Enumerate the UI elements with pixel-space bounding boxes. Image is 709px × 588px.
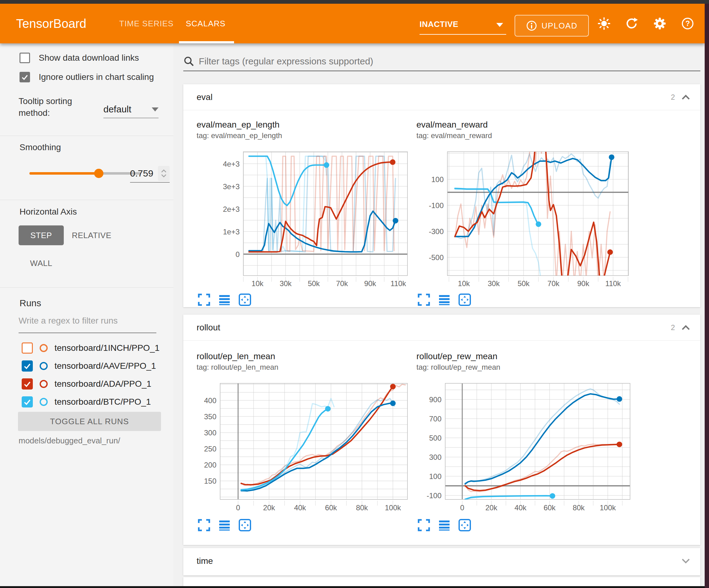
chart-eval-mean-reward[interactable]: 100-100-300-50010k30k50k70k90k110k [416, 147, 633, 290]
svg-text:20k: 20k [485, 504, 498, 512]
smoothing-stepper[interactable] [158, 166, 170, 181]
run-row-ada[interactable]: tensorboard/ADA/PPO_1 [22, 377, 151, 391]
fit-to-data-icon[interactable] [238, 293, 252, 307]
ignore-outliers-row[interactable]: Ignore outliers in chart scaling [20, 72, 154, 82]
help-icon[interactable]: ? [681, 17, 695, 31]
chart-title: rollout/ep_rew_mean [416, 351, 633, 362]
svg-text:-100: -100 [427, 491, 442, 500]
runs-filter-input[interactable] [19, 316, 156, 326]
settings-sidebar: Show data download links Ignore outliers… [0, 43, 174, 586]
smoothing-slider-thumb[interactable] [94, 169, 103, 178]
chart-eval-mean-ep-length[interactable]: 01e+32e+33e+34e+310k30k50k70k90k110k [196, 147, 413, 290]
chart-rollout-ep-len-mean[interactable]: 150200250300350400020k40k60k80k100k [196, 378, 413, 515]
runs-filter-wrap [19, 316, 156, 333]
fit-to-data-icon[interactable] [238, 518, 252, 532]
svg-text:110k: 110k [605, 279, 621, 288]
section-name: time [196, 556, 681, 566]
axis-wall-button[interactable]: WALL [19, 253, 64, 273]
brightness-icon[interactable] [597, 17, 611, 31]
svg-text:?: ? [685, 19, 690, 28]
chevron-down-icon [152, 107, 159, 111]
toggle-all-runs-button[interactable]: TOGGLE ALL RUNS [18, 412, 161, 431]
show-download-links-checkbox[interactable] [20, 53, 30, 63]
svg-text:1e+3: 1e+3 [223, 228, 240, 236]
svg-text:90k: 90k [577, 279, 589, 288]
svg-text:2e+3: 2e+3 [223, 205, 240, 213]
run-row-1inch[interactable]: tensorboard/1INCH/PPO_1 [22, 340, 159, 355]
settings-icon[interactable] [653, 17, 667, 31]
run-color-circle [40, 398, 48, 406]
svg-text:10k: 10k [252, 279, 264, 288]
tooltip-sorting-select[interactable]: default [103, 101, 159, 118]
tooltip-sorting-label: Tooltip sorting method: [19, 95, 99, 119]
run-row-aave[interactable]: tensorboard/AAVE/PPO_1 [22, 359, 156, 374]
axis-step-button[interactable]: STEP [19, 225, 64, 245]
svg-text:100k: 100k [600, 504, 616, 512]
expand-chart-icon[interactable] [197, 518, 211, 532]
sidebar-divider [0, 200, 174, 200]
runs-base-path: models/debugged_eval_run/ [19, 436, 120, 445]
expand-chart-icon[interactable] [197, 293, 211, 307]
svg-text:70k: 70k [336, 279, 348, 288]
fit-to-data-icon[interactable] [458, 518, 472, 532]
ignore-outliers-label: Ignore outliers in chart scaling [39, 72, 154, 82]
chart-tag: tag: rollout/ep_rew_mean [416, 362, 633, 372]
section-header-eval[interactable]: eval 2 [183, 84, 700, 110]
svg-text:4e+3: 4e+3 [223, 160, 240, 168]
svg-text:30k: 30k [488, 279, 500, 288]
run-checkbox[interactable] [22, 378, 33, 389]
fit-to-data-icon[interactable] [458, 293, 472, 307]
svg-text:110k: 110k [390, 279, 406, 288]
axis-relative-button[interactable]: RELATIVE [72, 225, 111, 245]
section-header-rollout[interactable]: rollout 2 [183, 314, 700, 340]
svg-text:20k: 20k [263, 504, 275, 512]
svg-text:700: 700 [429, 415, 442, 423]
run-checkbox[interactable] [22, 342, 33, 354]
expand-chart-icon[interactable] [417, 518, 431, 532]
data-table-icon[interactable] [218, 518, 231, 532]
run-selector-dropdown[interactable]: INACTIVE [420, 16, 506, 35]
collapse-chevron-icon[interactable] [681, 558, 690, 564]
smoothing-slider-track[interactable] [29, 172, 141, 175]
svg-text:300: 300 [204, 429, 216, 437]
svg-text:0: 0 [236, 504, 240, 512]
chart-rollout-ep-rew-mean[interactable]: -100100300500700900020k40k60k80k100k [416, 378, 633, 515]
svg-text:-100: -100 [429, 201, 444, 210]
run-checkbox[interactable] [22, 397, 33, 408]
run-checkbox[interactable] [22, 360, 33, 372]
data-table-icon[interactable] [438, 293, 451, 307]
show-download-links-row[interactable]: Show data download links [20, 53, 139, 63]
show-download-links-label: Show data download links [39, 53, 139, 63]
ignore-outliers-checkbox[interactable] [20, 72, 30, 82]
section-name: eval [196, 92, 671, 102]
tab-scalars[interactable]: SCALARS [186, 4, 226, 43]
svg-text:60k: 60k [544, 504, 556, 512]
collapse-chevron-icon[interactable] [681, 325, 690, 331]
upload-button[interactable]: UPLOAD [515, 15, 589, 36]
svg-text:400: 400 [204, 397, 216, 405]
info-icon [526, 20, 537, 31]
smoothing-value: 0.759 [130, 168, 158, 179]
expand-chart-icon[interactable] [417, 293, 431, 307]
svg-text:60k: 60k [325, 504, 338, 512]
run-label: tensorboard/ADA/PPO_1 [54, 379, 151, 389]
svg-text:300: 300 [429, 453, 442, 461]
tag-filter-input[interactable] [199, 56, 700, 67]
tab-time-series[interactable]: TIME SERIES [119, 4, 174, 43]
data-table-icon[interactable] [218, 293, 231, 307]
refresh-icon[interactable] [625, 17, 639, 31]
section-header-time[interactable]: time [183, 548, 700, 574]
search-icon [183, 56, 194, 67]
svg-text:80k: 80k [573, 504, 585, 512]
tag-filter-bar [183, 52, 700, 71]
svg-text:30k: 30k [280, 279, 292, 288]
window-top-strip [0, 0, 709, 4]
app-title: TensorBoard [16, 4, 86, 43]
run-color-circle [40, 362, 48, 370]
data-table-icon[interactable] [438, 518, 451, 532]
run-row-btc[interactable]: tensorboard/BTC/PPO_1 [22, 394, 151, 409]
smoothing-value-input[interactable]: 0.759 [130, 165, 170, 183]
chart-title: eval/mean_reward [416, 119, 633, 131]
collapse-chevron-icon[interactable] [681, 94, 690, 100]
chart-title: rollout/ep_len_mean [196, 351, 413, 362]
